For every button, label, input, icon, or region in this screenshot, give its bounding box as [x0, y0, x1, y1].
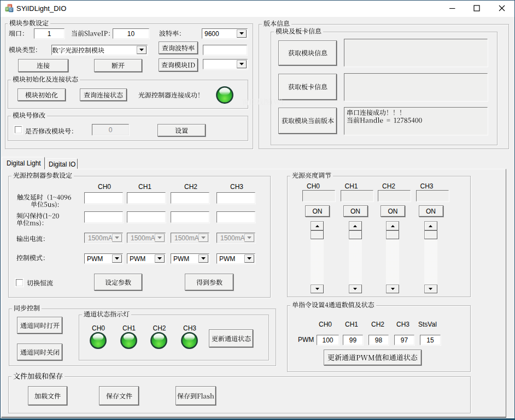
svg-text:M: M — [9, 5, 11, 8]
svg-text:C: C — [10, 8, 12, 11]
